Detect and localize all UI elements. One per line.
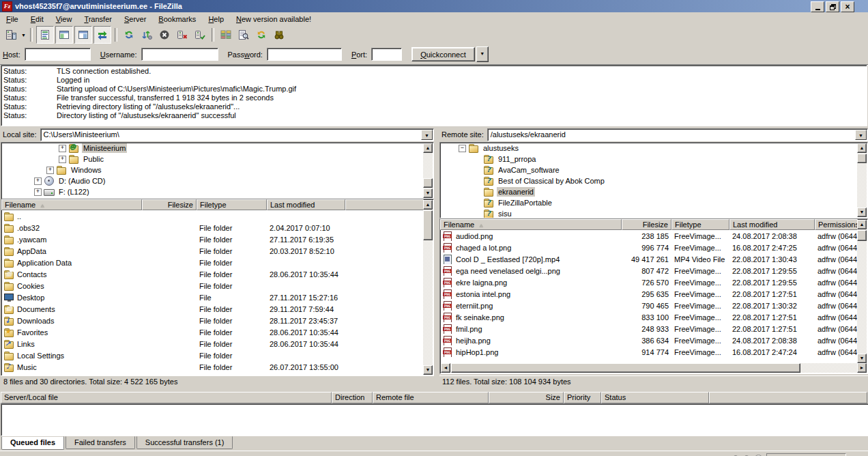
remote-tree-item-best-of-classical-by-abok-comp[interactable]: ?Best of Classical by Abok Comp bbox=[440, 175, 867, 186]
host-input[interactable] bbox=[25, 48, 91, 61]
remote-file-row[interactable]: PNGaudiod.png238 185FreeVimage...24.08.2… bbox=[440, 230, 867, 242]
scroll-up-icon[interactable]: ▲ bbox=[857, 143, 867, 153]
remote-tree-item-sisu[interactable]: ?sisu bbox=[440, 208, 867, 218]
local-file-row[interactable]: .. bbox=[1, 210, 433, 222]
local-file-row[interactable]: ▥ContactsFile folder28.06.2017 10:35:44 bbox=[1, 268, 433, 280]
menu-help[interactable]: Help bbox=[202, 14, 230, 25]
remote-file-row[interactable]: PNGeterniit.png790 465FreeVimage...22.08… bbox=[440, 300, 867, 311]
local-site-combo[interactable]: C:\Users\Ministeerium\ ▼ bbox=[40, 128, 434, 141]
refresh-button[interactable] bbox=[121, 27, 137, 43]
remote-file-row[interactable]: PNGestonia intel.png295 635FreeVimage...… bbox=[440, 288, 867, 300]
scroll-down-icon[interactable]: ▼ bbox=[423, 365, 433, 375]
remote-site-dropdown-icon[interactable]: ▼ bbox=[855, 130, 867, 140]
remote-tree-item-ekraanerid[interactable]: ekraanerid bbox=[440, 186, 867, 197]
transfer-queue-list[interactable] bbox=[1, 403, 868, 436]
local-list-scrollbar[interactable]: ▲ ▼ bbox=[423, 200, 433, 375]
local-tree-item-ministeerium[interactable]: +☻Ministeerium bbox=[1, 143, 433, 154]
remote-file-row[interactable]: PNGekre laigna.png726 570FreeVimage...22… bbox=[440, 276, 867, 288]
local-file-row[interactable]: CookiesFile folder bbox=[1, 280, 433, 291]
process-queue-button[interactable] bbox=[139, 27, 155, 43]
queue-column-priority[interactable]: Priority bbox=[564, 392, 601, 403]
find-files-button[interactable] bbox=[271, 27, 287, 43]
quickconnect-dropdown-button[interactable]: ▼ bbox=[476, 46, 489, 62]
scroll-down-icon[interactable]: ▼ bbox=[857, 208, 867, 217]
local-file-row[interactable]: Application DataFile folder bbox=[1, 257, 433, 268]
remote-file-row[interactable]: PNGhipHop1.png914 774FreeVimage...16.08.… bbox=[440, 346, 867, 358]
scroll-up-icon[interactable]: ▲ bbox=[423, 143, 433, 153]
toggle-message-log-button[interactable] bbox=[36, 26, 54, 44]
local-file-row[interactable]: Local SettingsFile folder bbox=[1, 350, 433, 361]
tree-expander-icon[interactable]: + bbox=[59, 156, 66, 163]
local-file-row[interactable]: ★FavoritesFile folder28.06.2017 10:35:44 bbox=[1, 326, 433, 338]
remote-tree-item-filezillaportable[interactable]: ?FileZillaPortable bbox=[440, 197, 867, 208]
local-column-last-modified[interactable]: Last modified bbox=[267, 199, 345, 210]
local-tree-item-d-audio-cd[interactable]: +D: (Audio CD) bbox=[1, 175, 433, 186]
remote-list-hscrollbar[interactable]: ◄ ► bbox=[441, 363, 867, 373]
remote-file-row[interactable]: PNGchaged a lot.png996 774FreeVimage...1… bbox=[440, 242, 867, 253]
toggle-transfer-queue-button[interactable] bbox=[93, 26, 111, 44]
scroll-thumb[interactable] bbox=[423, 178, 433, 188]
username-input[interactable] bbox=[141, 48, 218, 61]
remote-file-row[interactable]: PNGfmil.png248 933FreeVimage...22.08.201… bbox=[440, 323, 867, 334]
local-file-row[interactable]: ▤DocumentsFile folder29.11.2017 7:59:44 bbox=[1, 303, 433, 315]
local-file-row[interactable]: DesktopFile27.11.2017 15:27:16 bbox=[1, 291, 433, 303]
close-button[interactable]: × bbox=[841, 1, 854, 12]
synchronized-browsing-button[interactable] bbox=[253, 27, 270, 43]
remote-column-permissions[interactable]: Permissions bbox=[815, 219, 858, 230]
queue-column-direction[interactable]: Direction bbox=[332, 392, 373, 403]
queue-column-server-local-file[interactable]: Server/Local file bbox=[1, 392, 332, 403]
toggle-remote-tree-button[interactable] bbox=[74, 26, 92, 44]
remote-tree-item-avacam-software[interactable]: ?AvaCam_software bbox=[440, 165, 867, 175]
remote-column-filesize[interactable]: Filesize bbox=[622, 219, 671, 230]
remote-file-row[interactable]: PNGheijha.png386 634FreeVimage...24.08.2… bbox=[440, 334, 867, 346]
tab-successful-transfers-1[interactable]: Successful transfers (1) bbox=[136, 436, 233, 449]
restore-button[interactable] bbox=[826, 1, 839, 12]
tree-expander-icon[interactable]: + bbox=[46, 167, 54, 174]
scroll-right-icon[interactable]: ► bbox=[857, 363, 867, 373]
scroll-left-icon[interactable]: ◄ bbox=[441, 363, 450, 373]
local-tree-item-windows[interactable]: +Windows bbox=[1, 165, 433, 175]
site-manager-dropdown-icon[interactable]: ▼ bbox=[20, 27, 27, 42]
remote-file-row[interactable]: PNGfk seinake.png833 100FreeVimage...22.… bbox=[440, 311, 867, 323]
queue-column-status[interactable]: Status bbox=[601, 392, 709, 403]
scroll-up-icon[interactable]: ▲ bbox=[857, 220, 867, 229]
disconnect-button[interactable] bbox=[174, 27, 190, 43]
quickconnect-button[interactable]: Quickconnect bbox=[411, 47, 475, 61]
scroll-thumb[interactable] bbox=[857, 154, 867, 163]
remote-column-filename[interactable]: Filename▲ bbox=[440, 219, 622, 230]
message-log[interactable]: Status:TLS connection established.Status… bbox=[1, 65, 867, 126]
menu-bookmarks[interactable]: Bookmarks bbox=[152, 14, 202, 25]
local-tree-item-public[interactable]: +Public bbox=[1, 154, 433, 165]
remote-tree-scrollbar[interactable]: ▲ ▼ bbox=[857, 143, 867, 217]
scroll-thumb[interactable] bbox=[857, 230, 867, 241]
local-tree-scrollbar[interactable]: ▲ ▼ bbox=[423, 143, 433, 198]
scroll-up-icon[interactable]: ▲ bbox=[423, 200, 433, 210]
filename-filters-button[interactable] bbox=[235, 27, 252, 43]
port-input[interactable] bbox=[371, 48, 402, 61]
local-file-row[interactable]: .obs32File folder2.04.2017 0:07:10 bbox=[1, 222, 433, 233]
local-column-blank[interactable] bbox=[345, 199, 424, 210]
local-column-filetype[interactable]: Filetype bbox=[197, 199, 267, 210]
local-file-row[interactable]: .yawcamFile folder27.11.2017 6:19:35 bbox=[1, 233, 433, 245]
local-file-row[interactable]: ♪MusicFile folder26.07.2017 13:55:00 bbox=[1, 361, 433, 373]
remote-tree-item-911-prropa[interactable]: ?911_prropa bbox=[440, 154, 867, 165]
cancel-button[interactable] bbox=[156, 27, 173, 43]
queue-column-size[interactable]: Size bbox=[489, 392, 564, 403]
menu-server[interactable]: Server bbox=[118, 14, 152, 25]
remote-tree-item-alustuseks[interactable]: −alustuseks bbox=[440, 143, 867, 154]
local-column-filename[interactable]: Filename▲ bbox=[1, 199, 142, 210]
tree-expander-icon[interactable]: − bbox=[459, 145, 466, 152]
local-file-row[interactable]: ↗LinksFile folder28.06.2017 10:35:44 bbox=[1, 338, 433, 350]
menu-view[interactable]: View bbox=[50, 14, 78, 25]
remote-site-combo[interactable]: /alustuseks/ekraanerid ▼ bbox=[487, 128, 868, 141]
remote-column-filetype[interactable]: Filetype bbox=[671, 219, 729, 230]
minimize-button[interactable] bbox=[811, 1, 824, 12]
local-file-row[interactable]: AppDataFile folder20.03.2017 8:52:10 bbox=[1, 245, 433, 257]
tab-queued-files[interactable]: Queued files bbox=[1, 436, 64, 450]
queue-column-remote-file[interactable]: Remote file bbox=[373, 392, 489, 403]
tree-expander-icon[interactable]: + bbox=[34, 177, 42, 185]
scroll-down-icon[interactable]: ▼ bbox=[423, 188, 433, 198]
menu-file[interactable]: File bbox=[0, 14, 25, 25]
toggle-local-tree-button[interactable] bbox=[55, 26, 73, 44]
tree-expander-icon[interactable]: + bbox=[34, 188, 42, 196]
